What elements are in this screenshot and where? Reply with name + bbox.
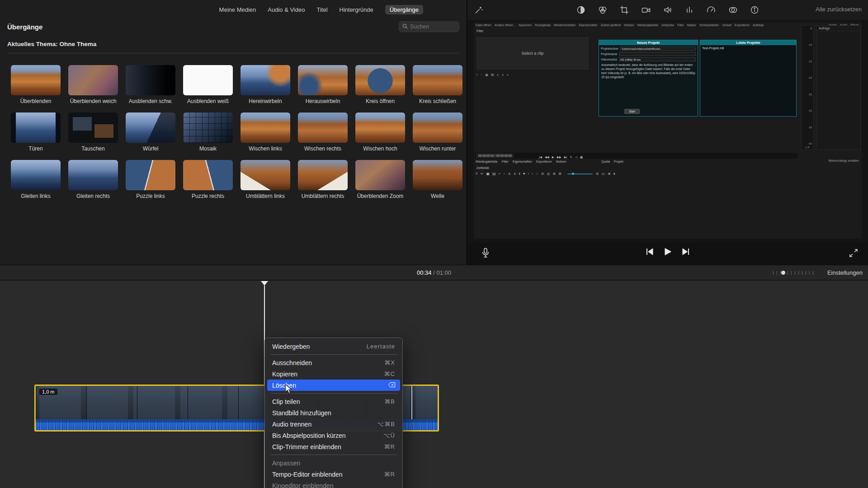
slider-knob[interactable]: [781, 271, 785, 275]
menu-item-label: Clip-Trimmer einblenden: [272, 443, 341, 450]
transition-label: Hereinwirbeln: [241, 98, 290, 104]
color-correction-icon[interactable]: [598, 5, 608, 15]
transition-gleiten-links[interactable]: Gleiten links: [11, 160, 61, 199]
transition-label: Ausblenden schw.: [126, 98, 175, 104]
transition-puzzle-links[interactable]: Puzzle links: [126, 160, 175, 199]
transition-thumbnail: [11, 160, 61, 190]
menu-item-tempo-editor-einblenden[interactable]: Tempo-Editor einblenden⌘R: [267, 469, 400, 480]
transition-würfel[interactable]: Würfel: [126, 113, 175, 152]
transition-label: Gleiten links: [11, 193, 61, 199]
app-toolbar-item-speichern: Speichern: [519, 23, 532, 27]
viewer-playback-controls: [467, 242, 868, 265]
menu-item-ausschneiden[interactable]: Ausschneiden⌘X: [267, 357, 400, 368]
search-field[interactable]: [399, 21, 459, 32]
meter-scale-label: -25: [808, 93, 812, 96]
transition-label: Überblenden weich: [68, 98, 118, 104]
nav-tab-titel[interactable]: Titel: [316, 6, 327, 13]
app-volume-icon: ◁: [575, 155, 577, 159]
previous-button[interactable]: [645, 248, 654, 258]
app-skip-previous-icon: |◀: [539, 155, 542, 159]
crop-icon[interactable]: [619, 5, 629, 15]
clip-size-slider[interactable]: [773, 270, 815, 276]
transition-wischen-runter[interactable]: Wischen runter: [413, 113, 462, 152]
transition-umblättern-rechts[interactable]: Umblättern rechts: [298, 160, 348, 199]
transition-umblättern-links[interactable]: Umblättern links: [241, 160, 290, 199]
app-prev-marker-icon: ‹: [528, 172, 529, 176]
transition-wischen-hoch[interactable]: Wischen hoch: [355, 113, 405, 152]
transition-tauschen[interactable]: Tauschen: [68, 113, 118, 152]
app-filter-tool-2: ▣: [485, 73, 488, 77]
divider: [7, 53, 459, 53]
menu-item-clip-teilen[interactable]: Clip teilen⌘B: [267, 396, 400, 407]
settings-button[interactable]: Einstellungen: [827, 269, 863, 276]
transitions-grid: ÜberblendenÜberblenden weichAusblenden s…: [11, 65, 467, 199]
app-source-tab-projekt: Projekt: [614, 160, 623, 163]
transition-gleiten-rechts[interactable]: Gleiten rechts: [68, 160, 118, 199]
transition-puzzle-rechts[interactable]: Puzzle rechts: [183, 160, 233, 199]
play-button[interactable]: [663, 248, 672, 258]
reset-all-button[interactable]: Alle zurücksetzen: [816, 6, 862, 13]
app-select-clip-box: Select a clip: [476, 36, 590, 70]
transition-label: Gleiten rechts: [68, 193, 118, 199]
info-icon[interactable]: [750, 5, 760, 15]
transition-ausblenden-schw[interactable]: Ausblenden schw.: [126, 65, 175, 104]
fullscreen-icon[interactable]: [849, 249, 858, 259]
menu-item-bis-abspielposition-kürzen[interactable]: Bis Abspielposition kürzen⌥Ü: [267, 430, 400, 441]
stabilization-camera-icon[interactable]: [641, 5, 651, 15]
menu-item-label: Clip teilen: [272, 398, 300, 405]
menu-item-shortcut: ⌘C: [384, 371, 395, 377]
app-toolbar-item-zeitachse: Zeitachse: [661, 23, 674, 27]
app-toolbar-item-rückgängig: Rückgängig: [535, 23, 550, 27]
noise-equalizer-icon[interactable]: [684, 5, 694, 15]
timeline-area[interactable]: 1,0 m: [0, 281, 868, 488]
effects-icon[interactable]: [728, 5, 738, 15]
transition-wischen-rechts[interactable]: Wischen rechts: [298, 113, 348, 152]
transition-wischen-links[interactable]: Wischen links: [241, 113, 290, 152]
viewer-panel: Alle zurücksetzen Datei öffnenAndere öff…: [467, 0, 868, 265]
enhance-wand-icon[interactable]: [474, 5, 484, 15]
app-recent-title: Letzte Projekte: [700, 40, 796, 45]
menu-item-wiedergeben[interactable]: WiedergebenLeertaste: [267, 341, 400, 352]
menu-item-audio-trennen[interactable]: Audio trennen⌥⌘B: [267, 418, 400, 430]
color-balance-icon[interactable]: [576, 5, 586, 15]
transition-ausblenden-weiß[interactable]: Ausblenden weiß: [183, 65, 233, 104]
transition-label: Puzzle links: [126, 193, 175, 199]
transition-welle[interactable]: Welle: [413, 160, 462, 199]
menu-item-label: Tempo-Editor einblenden: [272, 471, 343, 478]
transition-überblenden-zoom[interactable]: Überblenden Zoom: [355, 160, 405, 199]
transition-label: Herauswirbeln: [298, 98, 348, 104]
meter-scale-label: -35: [808, 126, 812, 129]
app-ripple-markers-icon: ⊚: [558, 172, 561, 176]
playhead-timecode: 00:34 / 01:00: [0, 269, 868, 276]
search-icon: [402, 23, 408, 31]
app-zoom-fit-icon: ▭: [602, 172, 605, 176]
nav-tab-übergänge[interactable]: Übergänge: [385, 5, 423, 14]
nav-tab-audio-video[interactable]: Audio & Video: [268, 6, 305, 13]
dialog-field-projektordner: Projektordner/Users/maximilianuschai/Mov…: [601, 47, 696, 51]
transition-thumbnail: [413, 65, 462, 95]
transition-kreis-schließen[interactable]: Kreis schließen: [413, 65, 462, 104]
volume-icon[interactable]: [663, 5, 673, 15]
dialog-field-projektname: Projektname: [601, 52, 696, 56]
nav-tab-hintergründe[interactable]: Hintergründe: [340, 6, 373, 13]
menu-item-clip-trimmer-einblenden[interactable]: Clip-Trimmer einblenden⌘R: [267, 441, 400, 452]
transition-herauswirbeln[interactable]: Herauswirbeln: [298, 65, 348, 104]
menu-item-kopieren[interactable]: Kopieren⌘C: [267, 368, 400, 380]
app-toolbar-item-datei-öffnen: Datei öffnen: [476, 23, 491, 27]
transition-kreis-öffnen[interactable]: Kreis öffnen: [355, 65, 405, 104]
transition-überblenden[interactable]: Überblenden: [11, 65, 61, 104]
menu-item-standbild-hinzufügen[interactable]: Standbild hinzufügen: [267, 407, 400, 418]
transition-label: Wischen hoch: [355, 145, 405, 152]
transition-mosaik[interactable]: Mosaik: [183, 113, 233, 152]
menu-item-label: Kopieren: [272, 371, 297, 378]
speed-icon[interactable]: [706, 5, 716, 15]
transition-überblenden-weich[interactable]: Überblenden weich: [68, 65, 118, 104]
app-player-tab-eigenschaften: Eigenschaften: [513, 160, 532, 163]
next-button[interactable]: [681, 248, 690, 258]
playhead-handle[interactable]: [261, 281, 268, 286]
nav-tab-meine-medien[interactable]: Meine Medien: [219, 6, 256, 13]
transition-hereinwirbeln[interactable]: Hereinwirbeln: [241, 65, 290, 104]
transition-thumbnail: [241, 113, 290, 143]
search-input[interactable]: [410, 23, 453, 30]
transition-türen[interactable]: Türen: [11, 113, 61, 152]
